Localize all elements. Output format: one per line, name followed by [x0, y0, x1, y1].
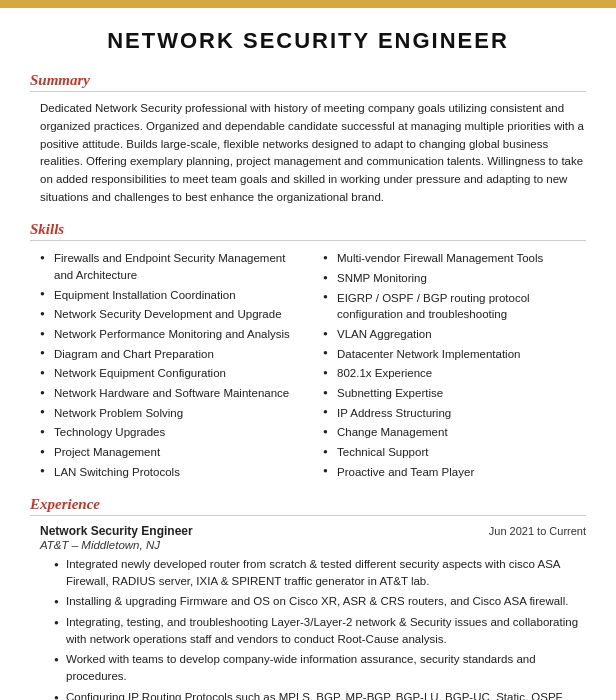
skill-item: Multi-vendor Firewall Management Tools: [323, 249, 586, 269]
summary-content: Dedicated Network Security professional …: [30, 100, 586, 207]
summary-heading: Summary: [30, 72, 586, 92]
exp-header: Network Security EngineerJun 2021 to Cur…: [40, 524, 586, 538]
resume-title: NETWORK SECURITY ENGINEER: [30, 28, 586, 54]
top-bar: [0, 0, 616, 8]
exp-date: Jun 2021 to Current: [489, 525, 586, 537]
skill-item: VLAN Aggregation: [323, 325, 586, 345]
experience-section: Experience Network Security EngineerJun …: [30, 496, 586, 700]
skill-item: EIGRP / OSPF / BGP routing protocol conf…: [323, 288, 586, 324]
exp-bullet: Integrated newly developed router from s…: [54, 556, 586, 591]
skill-item: Technology Upgrades: [40, 423, 303, 443]
skills-right-column: Multi-vendor Firewall Management ToolsSN…: [323, 249, 586, 482]
experience-content: Network Security EngineerJun 2021 to Cur…: [30, 524, 586, 700]
skill-item: Network Security Development and Upgrade: [40, 305, 303, 325]
page-content: NETWORK SECURITY ENGINEER Summary Dedica…: [0, 8, 616, 700]
skill-item: Network Hardware and Software Maintenanc…: [40, 384, 303, 404]
skills-grid: Firewalls and Endpoint Security Manageme…: [30, 249, 586, 482]
skills-left-column: Firewalls and Endpoint Security Manageme…: [40, 249, 303, 482]
exp-bullet: Installing & upgrading Firmware and OS o…: [54, 593, 586, 610]
exp-bullet: Integrating, testing, and troubleshootin…: [54, 614, 586, 649]
exp-bullet: Configuring IP Routing Protocols such as…: [54, 689, 586, 700]
experience-entry: Network Security EngineerJun 2021 to Cur…: [40, 524, 586, 700]
skill-item: Datacenter Network Implementation: [323, 344, 586, 364]
skill-item: LAN Switching Protocols: [40, 462, 303, 482]
summary-section: Summary Dedicated Network Security profe…: [30, 72, 586, 207]
skill-item: 802.1x Experience: [323, 364, 586, 384]
skills-right-list: Multi-vendor Firewall Management ToolsSN…: [323, 249, 586, 482]
skill-item: Diagram and Chart Preparation: [40, 344, 303, 364]
exp-bullets: Integrated newly developed router from s…: [40, 556, 586, 700]
skill-item: Subnetting Expertise: [323, 384, 586, 404]
skills-heading: Skills: [30, 221, 586, 241]
skills-section: Skills Firewalls and Endpoint Security M…: [30, 221, 586, 482]
skill-item: Change Management: [323, 423, 586, 443]
skill-item: Technical Support: [323, 443, 586, 463]
skill-item: Equipment Installation Coordination: [40, 285, 303, 305]
skill-item: Network Problem Solving: [40, 403, 303, 423]
experience-entries: Network Security EngineerJun 2021 to Cur…: [40, 524, 586, 700]
exp-bullet: Worked with teams to develop company-wid…: [54, 651, 586, 686]
skill-item: Network Equipment Configuration: [40, 364, 303, 384]
experience-heading: Experience: [30, 496, 586, 516]
exp-company: AT&T – Middletown, NJ: [40, 539, 586, 551]
summary-text: Dedicated Network Security professional …: [40, 100, 586, 207]
skill-item: Proactive and Team Player: [323, 462, 586, 482]
exp-title: Network Security Engineer: [40, 524, 193, 538]
skill-item: Network Performance Monitoring and Analy…: [40, 325, 303, 345]
skill-item: Firewalls and Endpoint Security Manageme…: [40, 249, 303, 285]
skill-item: IP Address Structuring: [323, 403, 586, 423]
skill-item: SNMP Monitoring: [323, 269, 586, 289]
skill-item: Project Management: [40, 443, 303, 463]
skills-left-list: Firewalls and Endpoint Security Manageme…: [40, 249, 303, 482]
